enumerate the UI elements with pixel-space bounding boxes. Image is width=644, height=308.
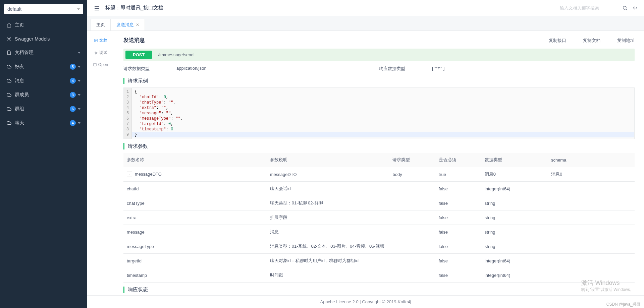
sidebar-item-messages[interactable]: 消息 4 (0, 74, 87, 88)
cell-desc: 聊天对象id：私聊时为用户id，群聊时为群组id (267, 254, 389, 268)
table-row: chatId聊天会话idfalseinteger(int64) (123, 182, 635, 196)
cell-reqtype (389, 268, 435, 283)
cell-desc: 聊天类型：01-私聊 02-群聊 (267, 196, 389, 210)
count-badge: 3 (70, 92, 76, 98)
copyright-icon: © (382, 299, 385, 304)
cell-required: false (435, 239, 481, 254)
cell-reqtype (389, 196, 435, 210)
search-input[interactable] (560, 5, 617, 10)
th-schema: schema (548, 153, 635, 167)
tab-send-message[interactable]: 发送消息 ✕ (111, 19, 145, 30)
cell-datatype: integer(int64) (481, 254, 548, 268)
cell-name: targetId (123, 254, 267, 268)
cell-schema (548, 196, 635, 210)
sidebar-item-home[interactable]: 主页 (0, 18, 87, 32)
table-row: message消息falsestring (123, 225, 635, 239)
cell-required: false (435, 268, 481, 283)
page-title: 标题：即时通讯_接口文档 (105, 5, 163, 11)
th-datatype: 数据类型 (481, 153, 548, 167)
req-type-value: application/json (176, 66, 207, 72)
menu-collapse-icon[interactable] (94, 6, 100, 10)
table-row: targetId聊天对象id：私聊时为用户id，群聊时为群组idfalseint… (123, 254, 635, 268)
req-type-label: 请求数据类型 (123, 66, 150, 72)
cell-name: messageType (123, 239, 267, 254)
sidebar-item-doc-mgmt[interactable]: 文档管理 (0, 46, 87, 60)
copy-url-button[interactable]: 复制地址 (617, 38, 635, 44)
cell-required: false (435, 225, 481, 239)
cell-required: false (435, 210, 481, 225)
cell-reqtype (389, 254, 435, 268)
count-badge: 4 (70, 120, 76, 126)
inner-tab-open[interactable]: Open (87, 59, 114, 70)
cell-reqtype (389, 182, 435, 196)
main: 标题：即时通讯_接口文档 中 主页 发送消息 ✕ 文档 (87, 0, 644, 308)
inner-tab-debug[interactable]: 调试 (87, 47, 114, 59)
chevron-down-icon (78, 66, 80, 68)
cell-schema: 消息0 (548, 167, 635, 182)
cell-datatype: integer(int64) (481, 268, 548, 283)
res-type-label: 响应数据类型 (379, 66, 405, 72)
sidebar: default 主页 Swagger Models 文档管理 (0, 0, 87, 308)
cell-name: chatType (123, 196, 267, 210)
cell-desc: messageDTO (267, 167, 389, 182)
tabbar: 主页 发送消息 ✕ (87, 16, 644, 30)
project-select-value: default (7, 6, 21, 12)
cell-schema (548, 254, 635, 268)
project-select[interactable]: default (4, 4, 83, 14)
search-icon[interactable] (622, 5, 628, 11)
chevron-down-icon (78, 94, 80, 96)
cell-required: false (435, 254, 481, 268)
line-gutter: 123456789 (124, 88, 132, 139)
models-icon (7, 37, 11, 41)
sidebar-item-friends[interactable]: 好友 5 (0, 60, 87, 74)
count-badge: 6 (70, 106, 76, 112)
cell-schema (548, 182, 635, 196)
chevron-down-icon (77, 8, 80, 10)
cell-datatype: string (481, 210, 548, 225)
doc-body: 发送消息 复制接口 复制文档 复制地址 POST /im/message/sen… (114, 31, 644, 295)
section-title-example: 请求示例 (123, 78, 635, 84)
th-required: 是否必须 (435, 153, 481, 167)
count-badge: 4 (70, 78, 76, 84)
table-row: -messageDTOmessageDTObodytrue消息0消息0 (123, 167, 635, 182)
document-icon (7, 50, 11, 55)
method-row: POST /im/message/send (123, 49, 635, 61)
th-reqtype: 请求类型 (389, 153, 435, 167)
collapse-toggle[interactable]: - (127, 172, 132, 177)
res-type-value: [ "*/*" ] (432, 66, 444, 72)
svg-rect-4 (94, 63, 96, 66)
sidebar-item-group-members[interactable]: 群成员 3 (0, 88, 87, 102)
cell-name: chatId (123, 182, 267, 196)
topbar: 标题：即时通讯_接口文档 中 (87, 0, 644, 16)
svg-point-0 (8, 38, 10, 40)
cell-required: true (435, 167, 481, 182)
params-table: 参数名称 参数说明 请求类型 是否必须 数据类型 schema -message… (123, 153, 635, 283)
sidebar-item-chat[interactable]: 聊天 4 (0, 116, 87, 130)
th-name: 参数名称 (123, 153, 267, 167)
cell-schema (548, 210, 635, 225)
cell-datatype: 消息0 (481, 167, 548, 182)
code-lines[interactable]: { "chatId": 0, "chatType": "", "extra": … (132, 88, 634, 139)
doc-icon (94, 39, 98, 43)
chevron-down-icon (78, 122, 80, 124)
tab-home[interactable]: 主页 (91, 19, 111, 30)
cell-datatype: integer(int64) (481, 182, 548, 196)
language-toggle[interactable]: 中 (633, 5, 637, 11)
inner-tab-doc[interactable]: 文档 (87, 34, 114, 47)
cloud-icon (7, 121, 11, 125)
cell-desc: 消息 (267, 225, 389, 239)
table-row: timestamp时间戳falseinteger(int64) (123, 268, 635, 283)
sidebar-item-groups[interactable]: 群组 6 (0, 102, 87, 116)
code-example: 123456789 { "chatId": 0, "chatType": "",… (123, 87, 635, 139)
api-path: /im/message/send (158, 52, 194, 57)
inner-nav: 文档 调试 Open (87, 31, 114, 295)
svg-point-1 (623, 6, 626, 9)
cloud-icon (7, 107, 11, 111)
cell-required: false (435, 182, 481, 196)
close-icon[interactable]: ✕ (136, 22, 139, 27)
sidebar-item-swagger-models[interactable]: Swagger Models (0, 32, 87, 46)
copy-api-button[interactable]: 复制接口 (549, 38, 566, 44)
copy-doc-button[interactable]: 复制文档 (583, 38, 600, 44)
table-row: messageType消息类型：01-系统、02-文本、03-图片、04-音频、… (123, 239, 635, 254)
cloud-icon (7, 78, 11, 83)
